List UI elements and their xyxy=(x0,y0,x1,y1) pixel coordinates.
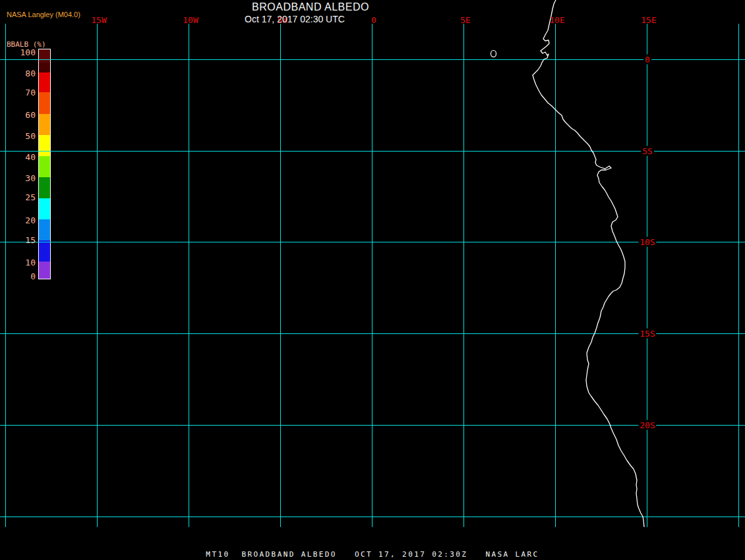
colorbar-tick-10: 10 xyxy=(5,258,36,267)
colorbar-tick-25: 25 xyxy=(5,192,36,202)
page-title: BROADBAND ALBEDO xyxy=(252,1,369,13)
colorbar-tick-30: 30 xyxy=(5,173,36,183)
colorbar-tick-40: 40 xyxy=(5,152,36,162)
lon-label-10W: 10W xyxy=(183,15,198,25)
africa-west-coastline xyxy=(533,0,644,527)
colorbar-tick-20: 20 xyxy=(5,215,36,225)
colorbar-tick-15: 15 xyxy=(5,235,36,245)
colorbar-tick-60: 60 xyxy=(5,110,36,120)
island-outline xyxy=(491,51,496,57)
footer-caption: MT10 BROADBAND ALBEDO OCT 17, 2017 02:30… xyxy=(206,550,539,559)
latlon-grid xyxy=(0,24,745,527)
albedo-map-viewport: NASA Langley (M04.0) BROADBAND ALBEDO Oc… xyxy=(0,0,745,560)
lon-label-15E: 15E xyxy=(641,15,656,25)
colorbar-tick-0: 0 xyxy=(5,271,36,281)
colorbar-tick-100: 100 xyxy=(5,47,36,57)
colorbar-tick-80: 80 xyxy=(5,69,36,78)
lat-label-20S: 20S xyxy=(638,420,656,430)
coastline-group xyxy=(491,0,645,527)
colorbar-tick-50: 50 xyxy=(5,131,36,141)
colorbar-tick-70: 70 xyxy=(5,88,36,98)
lon-label-10E: 10E xyxy=(549,15,564,25)
lat-label-10S: 10S xyxy=(638,237,656,247)
lat-label-0: 0 xyxy=(643,55,651,65)
observation-datetime: Oct 17, 2017 02:30 UTC xyxy=(245,14,345,24)
lon-label-5E: 5E xyxy=(460,15,471,25)
nasa-langley-credit: NASA Langley (M04.0) xyxy=(7,11,80,18)
lon-label-15W: 15W xyxy=(91,15,106,25)
lat-label-5S: 5S xyxy=(641,146,654,156)
lat-label-15S: 15S xyxy=(638,329,656,339)
lon-label-0: 0 xyxy=(371,15,376,25)
map-canvas xyxy=(0,0,745,560)
